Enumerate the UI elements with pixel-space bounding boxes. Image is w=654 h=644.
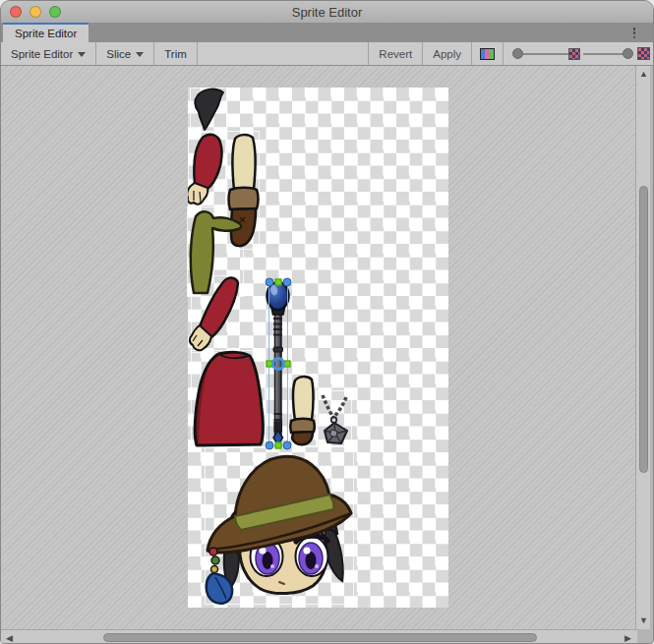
mip-texture-small-icon — [568, 48, 580, 60]
horizontal-scrollbar[interactable]: ◀ ▶ — [1, 629, 637, 644]
scroll-up-icon[interactable]: ▲ — [639, 70, 648, 79]
right-eye — [296, 536, 328, 576]
h-scrollbar-thumb[interactable] — [103, 633, 537, 642]
zoom-slider-knob[interactable] — [512, 48, 523, 59]
minimize-button[interactable] — [30, 6, 41, 18]
scroll-down-icon[interactable]: ▼ — [639, 616, 648, 625]
mip-slider-knob[interactable] — [623, 48, 633, 59]
selection-handle-top-left[interactable] — [266, 278, 274, 287]
rgb-channels-icon — [480, 48, 495, 60]
selection-handle-top-right[interactable] — [283, 278, 292, 287]
titlebar: Sprite Editor — [1, 1, 653, 23]
vertical-scrollbar[interactable]: ▲ ▼ — [635, 66, 650, 629]
selection-handle-bottom-center[interactable] — [275, 442, 282, 449]
amulet-sprite[interactable] — [323, 395, 347, 443]
scroll-left-icon[interactable]: ◀ — [6, 634, 13, 643]
close-button[interactable] — [10, 6, 22, 18]
v-scrollbar-thumb[interactable] — [639, 186, 648, 473]
tab-sprite-editor[interactable]: Sprite Editor — [3, 23, 89, 42]
chevron-down-icon — [136, 52, 144, 57]
pivot-handle[interactable] — [271, 357, 285, 371]
canvas-area[interactable] — [1, 66, 637, 629]
apply-button[interactable]: Apply — [423, 42, 471, 65]
chevron-down-icon — [78, 52, 86, 57]
zoom-slider-track[interactable] — [517, 53, 568, 55]
tab-strip: Sprite Editor — [1, 23, 653, 42]
selection-box[interactable] — [268, 281, 288, 446]
selection-handle-bottom-left[interactable] — [266, 441, 274, 450]
hair-tuft-sprite[interactable] — [195, 89, 223, 130]
mip-texture-large-icon — [637, 47, 650, 60]
robe-sprite[interactable] — [195, 352, 263, 445]
texture-area[interactable] — [188, 88, 448, 608]
scroll-right-icon[interactable]: ▶ — [624, 634, 631, 643]
zoom-mip-sliders — [504, 42, 653, 65]
sleeve-upper-sprite[interactable] — [188, 135, 222, 205]
boot-short-sprite[interactable] — [290, 377, 315, 444]
slice-dropdown[interactable]: Slice — [96, 42, 153, 65]
head-sprite[interactable] — [207, 456, 351, 603]
window-title: Sprite Editor — [1, 5, 653, 20]
revert-button[interactable]: Revert — [369, 42, 422, 65]
trim-button[interactable]: Trim — [154, 42, 197, 65]
sprite-editor-window: Sprite Editor Sprite Editor Sprite Edito… — [0, 0, 654, 644]
separator — [197, 42, 198, 65]
zoom-button[interactable] — [49, 6, 61, 18]
sprite-sheet-artwork — [188, 88, 448, 608]
rgb-alpha-toggle-button[interactable] — [472, 42, 503, 65]
selection-handle-top-center[interactable] — [275, 279, 282, 286]
kebab-menu-icon[interactable] — [627, 26, 641, 40]
selection-handle-bottom-right[interactable] — [283, 441, 292, 450]
toolbar: Sprite Editor Slice Trim Revert Apply — [1, 42, 653, 66]
sprite-editor-dropdown[interactable]: Sprite Editor — [1, 42, 95, 65]
